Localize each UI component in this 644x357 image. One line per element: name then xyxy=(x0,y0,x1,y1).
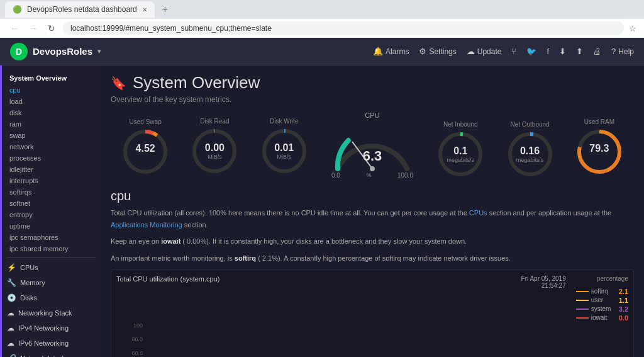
iowait-color xyxy=(576,317,589,319)
alarms-label: Alarms xyxy=(386,47,409,56)
sidebar-item-load[interactable]: load xyxy=(2,96,101,107)
sidebar-group-disks[interactable]: 💿 Disks xyxy=(2,290,101,305)
brand-caret: ▾ xyxy=(97,48,101,55)
sidebar: System Overview cpu load disk ram swap n… xyxy=(0,65,101,357)
cpu-info-line1b: section and per application usage at the xyxy=(487,209,612,217)
disk-read-label: Disk Read xyxy=(200,118,229,125)
help-icon: ? xyxy=(611,47,616,56)
sidebar-item-softnet[interactable]: softnet xyxy=(2,198,101,209)
chart-yaxis-label: percentage xyxy=(116,322,125,357)
tab-close-button[interactable]: ✕ xyxy=(142,6,147,13)
used-ram-gauge: Used RAM 79.3 xyxy=(574,118,625,172)
net-inbound-value: 0.1 xyxy=(435,145,486,157)
sidebar-group-cpus[interactable]: ⚡ CPUs xyxy=(2,260,101,275)
back-button[interactable]: ← xyxy=(8,22,21,35)
sidebar-item-softirqs[interactable]: softirqs xyxy=(2,186,101,198)
download-nav-item[interactable]: ⬇ xyxy=(559,47,566,56)
disk-write-gauge: Disk Write 0.01 MiB/s xyxy=(259,118,309,173)
cpus-icon: ⚡ xyxy=(7,263,16,272)
upload-nav-item[interactable]: ⬆ xyxy=(576,47,583,56)
bookmark-icon: 🔖 xyxy=(111,76,126,91)
sidebar-item-disk[interactable]: disk xyxy=(2,107,101,118)
sidebar-group-networking-stack[interactable]: ☁ Networking Stack xyxy=(2,305,101,320)
sidebar-group-ipv6[interactable]: ☁ IPv6 Networking xyxy=(2,336,101,351)
url-input[interactable] xyxy=(63,21,624,35)
gauges-row: Used Swap 4.52 Disk Read xyxy=(111,111,634,179)
net-inbound-unit: megabits/s xyxy=(435,157,486,163)
brand[interactable]: D DevopsRoles ▾ xyxy=(10,43,101,60)
disks-icon: 💿 xyxy=(7,293,16,302)
softirq-color xyxy=(576,291,589,292)
browser-chrome: 🟢 DevopsRoles netdata dashboard ✕ + ← → … xyxy=(0,0,644,38)
softirq-strong: softirq xyxy=(235,254,256,262)
net-outbound-unit: megabits/s xyxy=(505,157,555,163)
cpu-label: CPU xyxy=(365,111,379,119)
apps-link[interactable]: Applications Monitoring xyxy=(111,221,182,229)
sidebar-item-network[interactable]: network xyxy=(2,141,101,152)
net-inbound-gauge: Net Inbound 0.1 megabits/s xyxy=(435,121,486,169)
sidebar-item-ipc-shared-memory[interactable]: ipc shared memory xyxy=(2,243,101,254)
help-nav-item[interactable]: ? Help xyxy=(611,47,634,56)
twitter-nav-item[interactable]: 🐦 xyxy=(526,47,536,56)
net-outbound-gauge: Net Outbound 0.16 megabits/s xyxy=(505,121,555,169)
sidebar-item-cpu[interactable]: cpu xyxy=(2,84,101,96)
svg-point-8 xyxy=(370,166,375,171)
alarms-nav-item[interactable]: 🔔 Alarms xyxy=(373,47,409,56)
tab-favicon: 🟢 xyxy=(13,5,22,14)
svg-text:100: 100 xyxy=(133,322,143,329)
alarm-icon: 🔔 xyxy=(373,47,383,56)
update-nav-item[interactable]: ☁ Update xyxy=(467,47,502,56)
sidebar-item-ipc-semaphores[interactable]: ipc semaphores xyxy=(2,232,101,243)
softirq-val: 2.1 xyxy=(619,288,628,295)
sidebar-item-entropy[interactable]: entropy xyxy=(2,209,101,220)
update-label: Update xyxy=(477,47,502,56)
github-nav-item[interactable]: ⑂ xyxy=(511,47,516,56)
ipv4-icon: ☁ xyxy=(7,324,14,332)
help-label: Help xyxy=(618,47,634,56)
cpu-info-line1: Total CPU utilization (all cores). 100% … xyxy=(111,209,469,217)
download-icon: ⬇ xyxy=(559,47,566,56)
chart-title: Total CPU utilization (system.cpu) xyxy=(116,275,219,283)
chart-legend: softirq 2.1 user 1.1 s xyxy=(576,288,628,322)
softirq-name: softirq xyxy=(591,288,616,295)
active-tab[interactable]: 🟢 DevopsRoles netdata dashboard ✕ xyxy=(5,1,155,18)
forward-button[interactable]: → xyxy=(26,22,40,35)
sidebar-divider-1 xyxy=(7,257,96,258)
tab-bar: 🟢 DevopsRoles netdata dashboard ✕ + xyxy=(0,0,644,19)
sidebar-item-processes[interactable]: processes xyxy=(2,152,101,164)
net-outbound-label: Net Outbound xyxy=(510,121,549,128)
system-color xyxy=(576,309,589,310)
sidebar-group-ipv4[interactable]: ☁ IPv4 Networking xyxy=(2,320,101,336)
page-header: 🔖 System Overview xyxy=(111,73,634,93)
user-color xyxy=(576,300,589,301)
sidebar-item-swap[interactable]: swap xyxy=(2,130,101,141)
bookmark-button[interactable]: ☆ xyxy=(629,24,636,33)
ipv6-icon: ☁ xyxy=(7,339,14,348)
settings-nav-item[interactable]: ⚙ Settings xyxy=(419,47,456,56)
legend-softirq: softirq 2.1 xyxy=(576,288,628,295)
facebook-icon: f xyxy=(547,47,549,56)
sidebar-group-network-interface[interactable]: 🔗 Network Interface xyxy=(2,351,101,357)
cpu-scale: 0.0 % 100.0 xyxy=(331,172,413,179)
cpu-chart-container: Total CPU utilization (system.cpu) Fri A… xyxy=(111,269,634,357)
memory-icon: 🔧 xyxy=(7,278,16,287)
sidebar-group-memory[interactable]: 🔧 Memory xyxy=(2,275,101,290)
cpus-link[interactable]: CPUs xyxy=(469,209,487,217)
page-subtitle: Overview of the key system metrics. xyxy=(111,95,634,104)
upload-icon: ⬆ xyxy=(576,47,583,56)
svg-text:60.0: 60.0 xyxy=(131,350,143,356)
sidebar-item-idlejitter[interactable]: idlejitter xyxy=(2,164,101,175)
address-bar: ← → ↻ ☆ xyxy=(0,19,644,38)
chart-svg[interactable]: 100 80.0 60.0 40.0 20.0 0.0 xyxy=(125,322,628,357)
sidebar-item-interrupts[interactable]: interrupts xyxy=(2,175,101,186)
networking-stack-icon: ☁ xyxy=(7,309,14,317)
facebook-nav-item[interactable]: f xyxy=(547,47,549,56)
disk-write-unit: MiB/s xyxy=(259,154,309,160)
reload-button[interactable]: ↻ xyxy=(45,22,58,35)
sidebar-item-ram[interactable]: ram xyxy=(2,118,101,130)
new-tab-button[interactable]: + xyxy=(157,1,173,18)
print-nav-item[interactable]: 🖨 xyxy=(593,47,601,56)
cpu-scale-min: 0.0 xyxy=(331,172,340,179)
used-swap-gauge: Used Swap 4.52 xyxy=(120,118,170,172)
sidebar-item-uptime[interactable]: uptime xyxy=(2,220,101,232)
